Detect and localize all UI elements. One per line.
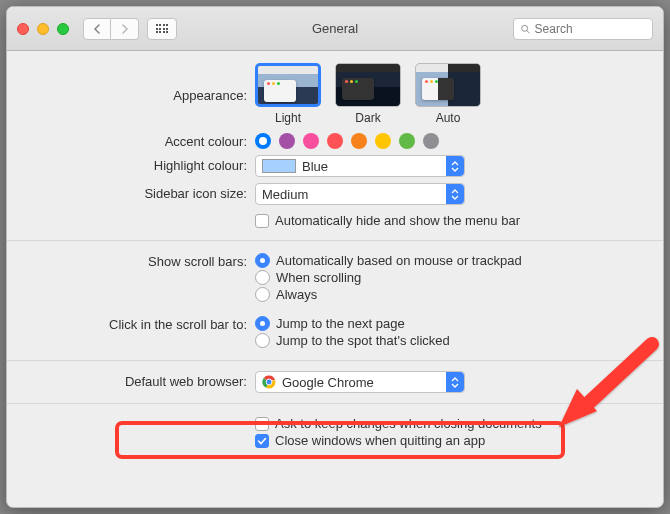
highlight-swatch <box>262 159 296 173</box>
checkbox-checked-icon <box>255 434 269 448</box>
maximize-window-button[interactable] <box>57 23 69 35</box>
scrollbars-option-label: When scrolling <box>276 270 361 285</box>
sidebar-size-value: Medium <box>262 187 308 202</box>
checkbox-icon <box>255 214 269 228</box>
accent-label: Accent colour: <box>7 131 255 149</box>
menubar-autohide-checkbox[interactable]: Automatically hide and show the menu bar <box>255 213 643 228</box>
ask-changes-checkbox[interactable]: Ask to keep changes when closing documen… <box>255 416 643 431</box>
scrollclick-label: Click in the scroll bar to: <box>7 314 255 332</box>
chevron-left-icon <box>93 24 101 34</box>
highlight-value: Blue <box>302 159 328 174</box>
appearance-dark[interactable] <box>335 63 401 107</box>
checkbox-icon <box>255 417 269 431</box>
search-input[interactable] <box>535 22 646 36</box>
general-prefs-window: General Appearance: Light <box>6 6 664 508</box>
appearance-label: Appearance: <box>7 85 255 103</box>
close-windows-label: Close windows when quitting an app <box>275 433 485 448</box>
divider <box>7 403 663 404</box>
accent-color-4[interactable] <box>351 133 367 149</box>
scrollbars-label: Show scroll bars: <box>7 251 255 269</box>
scrollbars-option-label: Always <box>276 287 317 302</box>
nav-buttons <box>83 18 139 40</box>
scrollbars-option-2[interactable]: Always <box>255 287 643 302</box>
close-window-button[interactable] <box>17 23 29 35</box>
forward-button[interactable] <box>111 18 139 40</box>
select-arrows-icon <box>446 184 464 204</box>
accent-color-5[interactable] <box>375 133 391 149</box>
scrollclick-option-label: Jump to the next page <box>276 316 405 331</box>
sidebar-size-label: Sidebar icon size: <box>7 183 255 201</box>
scrollbars-option-label: Automatically based on mouse or trackpad <box>276 253 522 268</box>
highlight-label: Highlight colour: <box>7 155 255 173</box>
appearance-light[interactable] <box>255 63 321 107</box>
divider <box>7 240 663 241</box>
chevron-right-icon <box>121 24 129 34</box>
svg-line-1 <box>527 30 529 32</box>
radio-icon <box>255 316 270 331</box>
accent-color-0[interactable] <box>255 133 271 149</box>
radio-icon <box>255 287 270 302</box>
search-field-wrap[interactable] <box>513 18 653 40</box>
appearance-light-label: Light <box>255 111 321 125</box>
accent-color-7[interactable] <box>423 133 439 149</box>
scrollbars-option-0[interactable]: Automatically based on mouse or trackpad <box>255 253 643 268</box>
divider <box>7 360 663 361</box>
appearance-dark-label: Dark <box>335 111 401 125</box>
accent-color-6[interactable] <box>399 133 415 149</box>
accent-color-1[interactable] <box>279 133 295 149</box>
prefs-content: Appearance: Light <box>7 51 663 450</box>
scrollclick-radio-group: Jump to the next pageJump to the spot th… <box>255 314 663 350</box>
sidebar-size-select[interactable]: Medium <box>255 183 465 205</box>
appearance-auto[interactable] <box>415 63 481 107</box>
search-icon <box>520 23 531 35</box>
titlebar: General <box>7 7 663 51</box>
minimize-window-button[interactable] <box>37 23 49 35</box>
show-all-button[interactable] <box>147 18 177 40</box>
grid-icon <box>156 24 169 33</box>
scrollclick-option-label: Jump to the spot that's clicked <box>276 333 450 348</box>
radio-icon <box>255 333 270 348</box>
accent-color-picker <box>255 131 643 149</box>
scrollclick-option-1[interactable]: Jump to the spot that's clicked <box>255 333 643 348</box>
accent-color-3[interactable] <box>327 133 343 149</box>
accent-color-2[interactable] <box>303 133 319 149</box>
highlight-color-select[interactable]: Blue <box>255 155 465 177</box>
select-arrows-icon <box>446 156 464 176</box>
appearance-auto-label: Auto <box>415 111 481 125</box>
ask-changes-label: Ask to keep changes when closing documen… <box>275 416 542 431</box>
browser-label: Default web browser: <box>7 371 255 389</box>
scrollclick-option-0[interactable]: Jump to the next page <box>255 316 643 331</box>
default-browser-select[interactable]: Google Chrome <box>255 371 465 393</box>
appearance-options: Light Dark Auto <box>255 63 643 125</box>
menubar-autohide-label: Automatically hide and show the menu bar <box>275 213 520 228</box>
chrome-icon <box>262 375 276 389</box>
scrollbars-option-1[interactable]: When scrolling <box>255 270 643 285</box>
close-windows-checkbox[interactable]: Close windows when quitting an app <box>255 433 643 448</box>
back-button[interactable] <box>83 18 111 40</box>
browser-value: Google Chrome <box>282 375 374 390</box>
radio-icon <box>255 253 270 268</box>
window-controls <box>17 23 69 35</box>
radio-icon <box>255 270 270 285</box>
scrollbars-radio-group: Automatically based on mouse or trackpad… <box>255 251 663 304</box>
select-arrows-icon <box>446 372 464 392</box>
